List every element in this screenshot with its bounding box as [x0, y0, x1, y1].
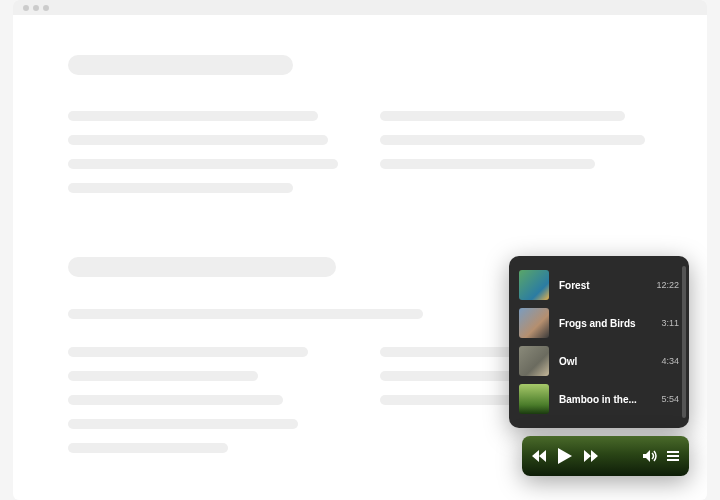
- skeleton-line: [380, 159, 595, 169]
- track-row[interactable]: Forest 12:22: [519, 266, 685, 304]
- track-row[interactable]: Bamboo in the... 5:54: [519, 380, 685, 418]
- titlebar: [13, 0, 707, 15]
- volume-icon: [643, 450, 657, 462]
- track-thumbnail: [519, 384, 549, 414]
- track-title: Forest: [559, 280, 646, 291]
- previous-button[interactable]: [532, 450, 546, 462]
- playlist-scrollbar[interactable]: [682, 266, 686, 418]
- track-duration: 3:11: [661, 318, 679, 328]
- track-duration: 4:34: [661, 356, 679, 366]
- track-title: Owl: [559, 356, 651, 367]
- track-duration: 5:54: [661, 394, 679, 404]
- audio-player: [522, 436, 689, 476]
- skeleton-title: [68, 257, 336, 277]
- playlist-toggle-button[interactable]: [667, 451, 679, 461]
- track-title: Frogs and Birds: [559, 318, 651, 329]
- skeleton-line: [68, 159, 338, 169]
- list-icon: [667, 451, 679, 461]
- skeleton-line: [68, 371, 258, 381]
- track-duration: 12:22: [656, 280, 679, 290]
- traffic-light-min[interactable]: [33, 5, 39, 11]
- playlist-panel: Forest 12:22 Frogs and Birds 3:11 Owl 4:…: [509, 256, 689, 428]
- play-button[interactable]: [558, 448, 572, 464]
- skeleton-line: [68, 183, 293, 193]
- skeleton-line: [68, 395, 283, 405]
- skeleton-line: [68, 347, 308, 357]
- track-thumbnail: [519, 308, 549, 338]
- track-title: Bamboo in the...: [559, 394, 651, 405]
- skeleton-line: [380, 111, 625, 121]
- skeleton-line: [380, 135, 645, 145]
- track-row[interactable]: Frogs and Birds 3:11: [519, 304, 685, 342]
- svg-rect-0: [667, 451, 679, 453]
- skeleton-line: [68, 419, 298, 429]
- track-thumbnail: [519, 270, 549, 300]
- track-thumbnail: [519, 346, 549, 376]
- next-icon: [584, 450, 598, 462]
- svg-rect-2: [667, 459, 679, 461]
- traffic-light-max[interactable]: [43, 5, 49, 11]
- svg-rect-1: [667, 455, 679, 457]
- skeleton-title: [68, 55, 293, 75]
- skeleton-line: [68, 443, 228, 453]
- skeleton-line: [68, 309, 423, 319]
- volume-button[interactable]: [643, 450, 657, 462]
- play-icon: [558, 448, 572, 464]
- track-row[interactable]: Owl 4:34: [519, 342, 685, 380]
- previous-icon: [532, 450, 546, 462]
- skeleton-line: [68, 135, 328, 145]
- next-button[interactable]: [584, 450, 598, 462]
- app-window: Forest 12:22 Frogs and Birds 3:11 Owl 4:…: [13, 0, 707, 500]
- playlist-scroll: Forest 12:22 Frogs and Birds 3:11 Owl 4:…: [519, 266, 685, 418]
- traffic-light-close[interactable]: [23, 5, 29, 11]
- skeleton-line: [68, 111, 318, 121]
